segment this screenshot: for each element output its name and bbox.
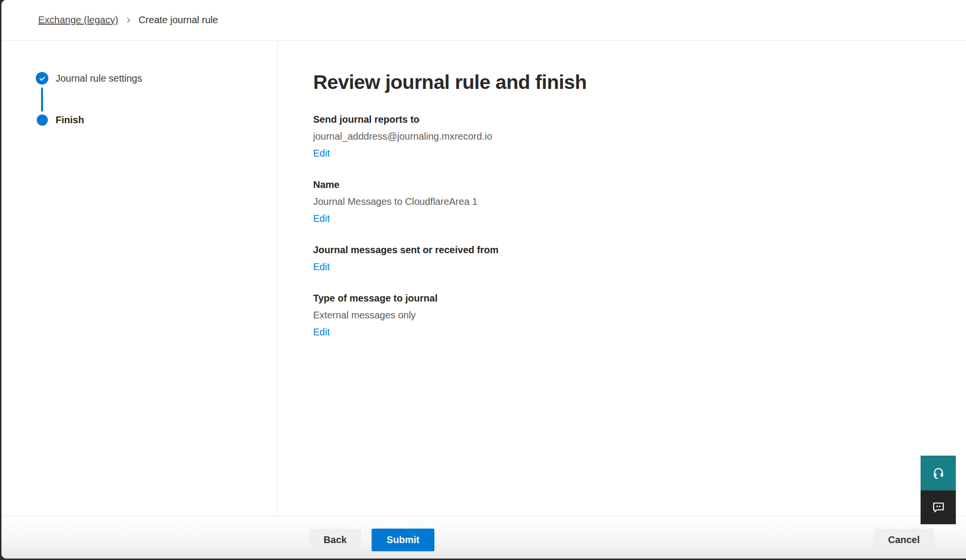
submit-button[interactable]: Submit: [372, 529, 434, 551]
edit-link-send-reports[interactable]: Edit: [313, 145, 330, 162]
cancel-button[interactable]: Cancel: [874, 529, 934, 551]
section-label: Name: [313, 176, 966, 193]
floating-widget-stack: [921, 456, 956, 524]
section-label: Send journal reports to: [313, 111, 966, 128]
action-bar: Back Submit Cancel: [1, 516, 966, 559]
breadcrumb-current-page: Create journal rule: [139, 14, 218, 26]
breadcrumb-exchange-legacy[interactable]: Exchange (legacy): [38, 14, 118, 26]
wizard-step-journal-rule-settings[interactable]: Journal rule settings: [36, 72, 277, 85]
help-button[interactable]: [921, 456, 956, 490]
edit-link-name[interactable]: Edit: [313, 210, 330, 227]
wizard-step-label: Finish: [56, 115, 84, 126]
step-connector-line: [41, 87, 43, 112]
exchange-admin-window: Exchange (legacy) Create journal rule Jo…: [1, 0, 966, 559]
feedback-icon: [932, 501, 945, 514]
breadcrumb-bar: Exchange (legacy) Create journal rule: [1, 0, 966, 41]
page-title: Review journal rule and finish: [313, 71, 966, 94]
review-panel: Review journal rule and finish Send jour…: [278, 41, 966, 516]
step-current-dot-icon: [37, 115, 48, 126]
wizard-steps-panel: Journal rule settings Finish: [1, 41, 278, 516]
review-section-send-reports: Send journal reports to journal_adddress…: [313, 111, 966, 162]
section-label: Type of message to journal: [313, 290, 966, 307]
headset-icon: [932, 466, 945, 480]
wizard-step-finish[interactable]: Finish: [36, 115, 277, 126]
wizard-step-label: Journal rule settings: [56, 73, 142, 84]
review-section-message-type: Type of message to journal External mess…: [313, 290, 966, 341]
content-area: Journal rule settings Finish Review jour…: [1, 41, 966, 516]
edit-link-message-type[interactable]: Edit: [313, 324, 330, 341]
section-value: Journal Messages to CloudflareArea 1: [313, 193, 966, 210]
back-button[interactable]: Back: [309, 529, 361, 551]
section-value: journal_adddress@journaling.mxrecord.io: [313, 128, 966, 145]
section-label: Journal messages sent or received from: [313, 242, 966, 258]
chevron-right-icon: [125, 17, 132, 24]
review-section-sent-received-from: Journal messages sent or received from E…: [313, 242, 966, 275]
review-section-name: Name Journal Messages to CloudflareArea …: [313, 176, 966, 227]
edit-link-sent-received-from[interactable]: Edit: [313, 258, 330, 275]
section-value: External messages only: [313, 307, 966, 324]
feedback-button[interactable]: [921, 490, 956, 524]
step-completed-check-icon: [36, 72, 48, 85]
breadcrumb: Exchange (legacy) Create journal rule: [38, 14, 218, 26]
